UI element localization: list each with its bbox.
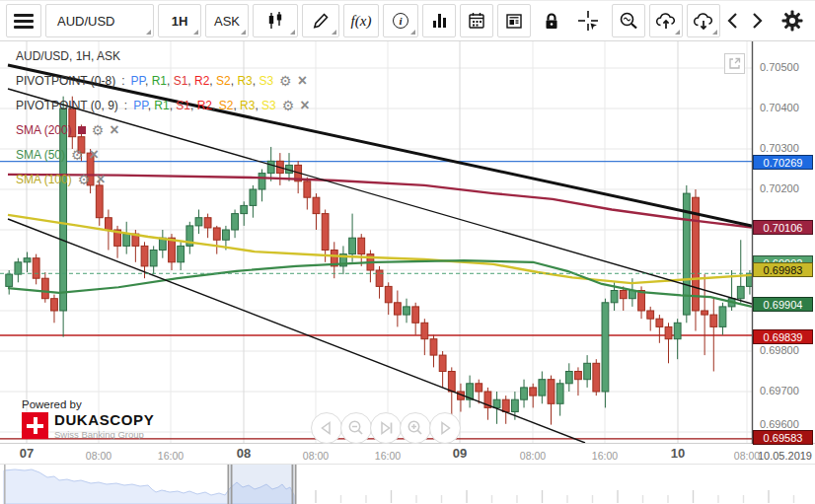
candle — [313, 193, 320, 230]
candle — [584, 355, 591, 388]
cloud-download-button[interactable] — [687, 4, 720, 37]
volume-button[interactable] — [422, 4, 456, 37]
candle — [702, 274, 708, 355]
indicator-row-pivot2: PIVOTPOINT (0, 9) : PP, R1, S1, R2, S2, … — [16, 97, 310, 113]
candle — [683, 185, 690, 323]
candle — [232, 210, 239, 239]
candle — [421, 319, 428, 355]
settings-button[interactable] — [778, 4, 807, 37]
x-axis-label: 08:00 — [734, 450, 760, 462]
chevron-left-icon — [725, 9, 741, 33]
candle — [159, 230, 166, 258]
candle — [15, 258, 22, 283]
pivot-series-s1: S1 — [174, 74, 188, 88]
candle — [213, 226, 220, 254]
candle — [539, 372, 546, 404]
indicator-row-sma200: SMA (200) ⚙ × — [16, 121, 310, 138]
pivot-series-r3: R3 — [240, 99, 255, 112]
side-select[interactable]: ASK — [205, 4, 249, 37]
candle — [51, 295, 58, 324]
period-label: 1H — [172, 14, 188, 29]
lock-icon — [541, 10, 562, 32]
calendar-button[interactable] — [460, 4, 493, 37]
selection-handle[interactable] — [231, 465, 233, 504]
candle — [367, 251, 374, 283]
x-axis-label: 08:00 — [520, 450, 546, 462]
crosshair-button[interactable] — [572, 4, 604, 37]
step-back-button[interactable] — [311, 412, 342, 444]
indicator-label: SMA (50) — [16, 148, 65, 162]
candle — [186, 222, 193, 254]
zoom-in-nav-button[interactable] — [400, 412, 431, 444]
color-chip[interactable] — [78, 126, 86, 134]
dropdown-caret-icon — [410, 30, 415, 35]
overview-selection-window[interactable] — [230, 465, 294, 504]
ind-close-icon[interactable]: × — [96, 172, 105, 187]
x-axis-label: 10 — [671, 446, 685, 461]
lock-button[interactable] — [537, 4, 566, 37]
candle — [737, 240, 744, 303]
indicator-label: SMA (100) — [16, 173, 72, 186]
selection-handle[interactable] — [295, 465, 297, 504]
powered-by-text: Powered by — [22, 398, 154, 410]
zoom-out-nav-button[interactable] — [340, 412, 372, 444]
candle — [439, 351, 446, 388]
ind-close-icon[interactable]: × — [110, 122, 118, 138]
candle — [33, 254, 39, 285]
cloud-upload-button[interactable] — [649, 4, 683, 37]
jump-to-end-icon — [371, 413, 401, 443]
overview-minimap[interactable] — [0, 464, 815, 504]
candle — [123, 222, 130, 254]
pivot-series-s2: S2 — [219, 99, 234, 112]
date-label: 10.05.2019 — [758, 450, 812, 462]
candlestick-chart-icon — [264, 11, 286, 31]
menu-button[interactable] — [6, 4, 41, 37]
step-back-icon — [312, 413, 341, 443]
candle — [530, 384, 537, 408]
selection-handle[interactable] — [292, 465, 294, 504]
candle — [521, 380, 528, 408]
candle — [593, 359, 600, 396]
chart-type-button[interactable] — [253, 4, 298, 37]
ind-settings-gear-icon[interactable]: ⚙ — [279, 74, 292, 88]
info-button[interactable]: i — [383, 4, 418, 37]
jump-to-end-button[interactable] — [370, 412, 402, 444]
zoom-out-button[interactable] — [612, 4, 645, 37]
pivot-series-r2: R2 — [194, 74, 209, 88]
selection-handle[interactable] — [228, 465, 230, 504]
volume-bars-icon — [433, 14, 446, 28]
dropdown-caret-icon — [290, 30, 295, 35]
side-label: ASK — [214, 14, 240, 29]
x-axis-label: 07 — [20, 446, 34, 461]
ind-settings-gear-icon[interactable]: ⚙ — [92, 123, 105, 137]
instrument-select[interactable]: AUD/USD — [45, 4, 154, 37]
pivot-series-pp: PP — [133, 99, 147, 112]
candle — [41, 272, 48, 303]
candle — [385, 282, 392, 315]
draw-button[interactable] — [302, 4, 339, 37]
ind-settings-gear-icon[interactable]: ⚙ — [78, 173, 91, 186]
chevron-right-icon — [749, 9, 765, 33]
scroll-left-button[interactable] — [722, 4, 744, 37]
info-icon: i — [393, 13, 408, 29]
ind-settings-gear-icon[interactable]: ⚙ — [282, 99, 295, 112]
x-axis-label: 09 — [453, 446, 467, 461]
dropdown-caret-icon — [241, 30, 246, 35]
candle — [430, 335, 437, 368]
toolbar: AUD/USD 1H ASK f(x) i — [0, 0, 815, 41]
scroll-right-button[interactable] — [746, 4, 768, 37]
ind-close-icon[interactable]: × — [298, 73, 307, 89]
gear-icon — [780, 9, 804, 33]
candle — [620, 286, 627, 311]
legend-title-row: AUD/USD, 1H, ASK — [16, 47, 310, 64]
ind-close-icon[interactable]: × — [300, 98, 309, 113]
ind-close-icon[interactable]: × — [90, 147, 99, 163]
pivot-series-r2: R2 — [197, 99, 212, 112]
news-button[interactable] — [497, 4, 531, 37]
pivot-series-s3: S3 — [261, 99, 276, 112]
functions-button[interactable]: f(x) — [343, 4, 379, 37]
play-forward-button[interactable] — [429, 412, 461, 444]
period-select[interactable]: 1H — [158, 4, 201, 37]
ind-settings-gear-icon[interactable]: ⚙ — [71, 148, 84, 162]
popout-button[interactable] — [724, 53, 745, 74]
